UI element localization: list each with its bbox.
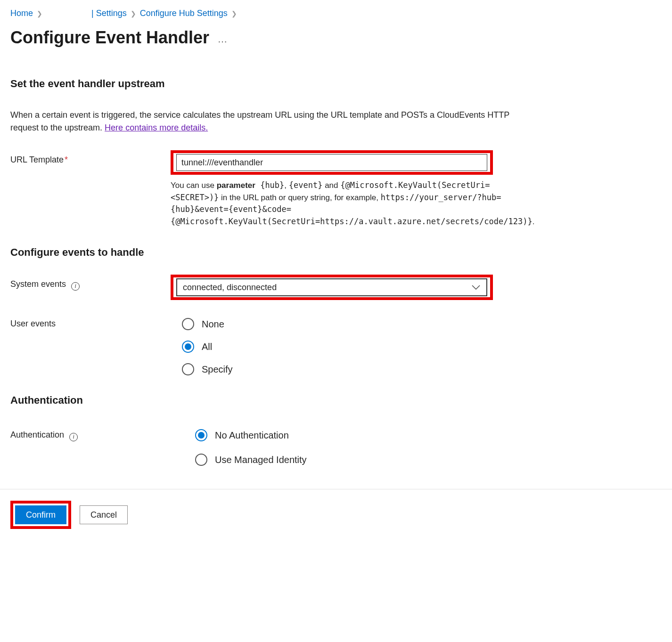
breadcrumb-configure-hub[interactable]: Configure Hub Settings xyxy=(140,8,228,18)
radio-icon xyxy=(182,363,194,375)
page-title: Configure Event Handler xyxy=(10,28,209,48)
chevron-down-icon xyxy=(471,284,481,290)
breadcrumb: Home ❯ | Settings ❯ Configure Hub Settin… xyxy=(10,6,662,18)
radio-checked-icon xyxy=(182,341,194,353)
upstream-intro: When a certain event is triggered, the s… xyxy=(10,109,519,134)
system-events-dropdown[interactable]: connected, disconnected xyxy=(176,278,487,296)
radio-icon xyxy=(195,454,207,466)
auth-none[interactable]: No Authentication xyxy=(195,429,662,441)
url-template-highlight xyxy=(171,150,493,175)
more-icon[interactable]: ⋯ xyxy=(218,36,228,47)
system-events-highlight: connected, disconnected xyxy=(171,275,493,300)
chevron-right-icon: ❯ xyxy=(230,10,238,17)
breadcrumb-settings[interactable]: | Settings xyxy=(91,8,127,18)
confirm-button[interactable]: Confirm xyxy=(15,505,66,524)
system-events-value: connected, disconnected xyxy=(183,283,277,293)
user-events-all[interactable]: All xyxy=(182,341,662,353)
user-events-label: User events xyxy=(10,316,171,329)
required-asterisk: * xyxy=(65,155,68,164)
url-template-label: URL Template* xyxy=(10,150,171,165)
radio-icon xyxy=(182,318,194,330)
url-template-input[interactable] xyxy=(176,154,487,171)
breadcrumb-home[interactable]: Home xyxy=(10,8,33,18)
section-events-heading: Configure events to handle xyxy=(10,246,662,259)
footer: Confirm Cancel xyxy=(0,489,672,529)
user-events-none[interactable]: None xyxy=(182,318,662,330)
chevron-right-icon: ❯ xyxy=(130,10,137,17)
info-icon[interactable]: i xyxy=(71,282,80,291)
auth-label: Authentication i xyxy=(10,427,171,441)
system-events-label: System events i xyxy=(10,275,171,291)
info-icon[interactable]: i xyxy=(69,433,78,441)
section-auth-heading: Authentication xyxy=(10,394,662,406)
radio-checked-icon xyxy=(195,429,207,441)
chevron-right-icon: ❯ xyxy=(36,10,43,17)
section-upstream-heading: Set the event handler upstream xyxy=(10,78,662,90)
confirm-highlight: Confirm xyxy=(10,501,71,529)
cancel-button[interactable]: Cancel xyxy=(80,505,128,524)
auth-managed[interactable]: Use Managed Identity xyxy=(195,454,662,466)
user-events-specify[interactable]: Specify xyxy=(182,363,662,375)
url-template-help: You can use parameter {hub}, {event} and… xyxy=(171,179,529,228)
details-link[interactable]: Here contains more details. xyxy=(105,123,208,132)
